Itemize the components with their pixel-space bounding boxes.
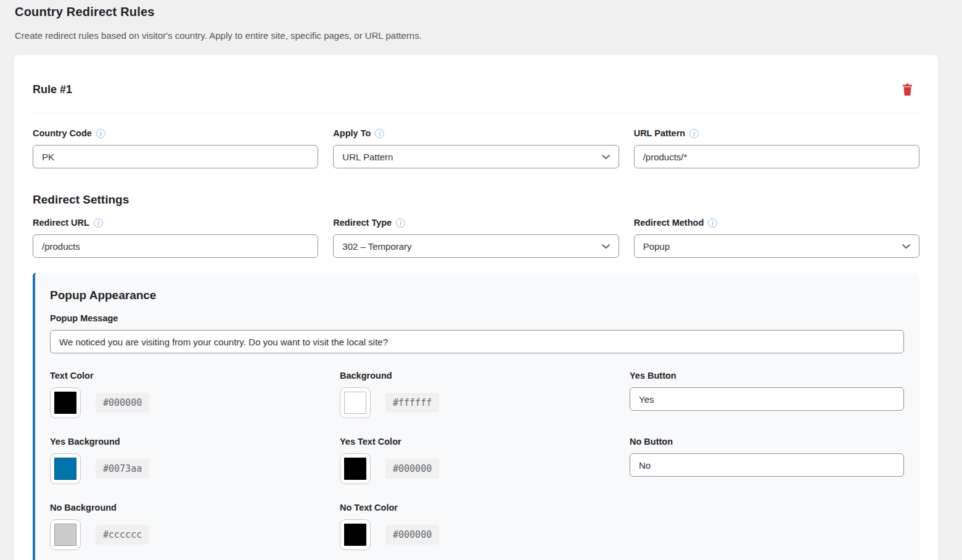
color-preview [54, 392, 76, 414]
yes-button-label: Yes Button [630, 371, 676, 381]
redirect-url-label: Redirect URL [33, 218, 89, 228]
no-text-color-swatch[interactable] [340, 519, 371, 550]
info-icon[interactable]: i [96, 129, 105, 138]
redirect-method-selected-value: Popup [643, 241, 670, 252]
info-icon[interactable]: i [708, 218, 717, 228]
yes-text-color-label: Yes Text Color [340, 437, 401, 447]
no-text-color-hex: #000000 [385, 525, 439, 545]
info-icon[interactable]: i [375, 129, 384, 138]
no-background-hex: #cccccc [96, 525, 149, 545]
no-text-color-label: No Text Color [340, 503, 398, 513]
country-code-label: Country Code [33, 128, 92, 138]
url-pattern-input[interactable] [634, 145, 919, 168]
chevron-down-icon [601, 242, 610, 250]
country-code-field: Country Code i [33, 128, 318, 168]
text-color-hex: #000000 [96, 393, 149, 413]
popup-appearance-title: Popup Appearance [50, 289, 904, 302]
text-color-label: Text Color [50, 371, 94, 381]
trash-icon [902, 83, 913, 96]
redirect-url-field: Redirect URL i [33, 218, 318, 258]
color-preview [344, 458, 366, 480]
rule-card: Rule #1 Country Code i Apply To i URL Pa… [14, 55, 938, 560]
text-color-swatch[interactable] [50, 387, 81, 418]
yes-background-label: Yes Background [50, 437, 120, 447]
color-preview [344, 524, 366, 546]
redirect-settings-row: Redirect URL i Redirect Type i 302 – Tem… [33, 218, 919, 258]
rule-header: Rule #1 [33, 73, 919, 113]
redirect-method-select[interactable]: Popup [634, 234, 919, 258]
no-button-field: No Button [630, 437, 904, 484]
info-icon[interactable]: i [689, 129, 699, 138]
color-preview [54, 458, 76, 480]
page-title: Country Redirect Rules [15, 5, 947, 19]
popup-appearance-section: Popup Appearance Popup Message Text Colo… [33, 273, 919, 560]
redirect-type-label: Redirect Type [333, 218, 392, 228]
apply-to-select[interactable]: URL Pattern [333, 145, 619, 168]
no-background-field: No Background #cccccc [50, 503, 324, 550]
yes-text-color-swatch[interactable] [340, 453, 371, 484]
chevron-down-icon [601, 153, 610, 161]
no-text-color-field: No Text Color #000000 [340, 503, 614, 550]
no-background-swatch[interactable] [50, 519, 81, 550]
yes-text-color-field: Yes Text Color #000000 [340, 437, 614, 484]
delete-rule-button[interactable] [900, 82, 915, 97]
popup-options-grid: Text Color #000000 Background # [50, 371, 904, 550]
popup-message-label: Popup Message [50, 313, 904, 323]
chevron-down-icon [902, 242, 911, 250]
info-icon[interactable]: i [396, 218, 405, 228]
redirect-method-label: Redirect Method [634, 218, 704, 228]
no-background-label: No Background [50, 503, 117, 513]
color-preview [54, 524, 76, 546]
url-pattern-field: URL Pattern i [634, 128, 919, 168]
background-swatch[interactable] [340, 387, 371, 418]
yes-button-input[interactable] [630, 387, 904, 411]
redirect-type-selected-value: 302 – Temporary [342, 241, 411, 252]
apply-to-field: Apply To i URL Pattern [333, 128, 619, 168]
page-subtitle: Create redirect rules based on visitor's… [15, 30, 947, 41]
yes-background-field: Yes Background #0073aa [50, 437, 324, 484]
no-button-input[interactable] [630, 453, 904, 477]
rule-fields-row: Country Code i Apply To i URL Pattern UR… [33, 128, 919, 168]
text-color-field: Text Color #000000 [50, 371, 324, 418]
apply-to-selected-value: URL Pattern [342, 152, 393, 162]
background-field: Background #ffffff [340, 371, 614, 418]
redirect-url-input[interactable] [33, 234, 318, 258]
no-button-label: No Button [630, 437, 673, 447]
redirect-method-field: Redirect Method i Popup [634, 218, 919, 258]
url-pattern-label: URL Pattern [634, 128, 686, 138]
page-header: Country Redirect Rules Create redirect r… [0, 0, 962, 41]
yes-background-hex: #0073aa [96, 459, 149, 479]
popup-message-input[interactable] [50, 330, 904, 353]
background-label: Background [340, 371, 392, 381]
rule-title: Rule #1 [33, 83, 72, 96]
color-preview [344, 392, 366, 414]
yes-background-swatch[interactable] [50, 453, 81, 484]
info-icon[interactable]: i [94, 218, 103, 228]
redirect-type-field: Redirect Type i 302 – Temporary [333, 218, 619, 258]
country-code-input[interactable] [33, 145, 318, 168]
yes-text-color-hex: #000000 [385, 459, 439, 479]
apply-to-label: Apply To [333, 128, 371, 138]
yes-button-field: Yes Button [630, 371, 904, 418]
redirect-settings-heading: Redirect Settings [33, 193, 919, 207]
background-hex: #ffffff [385, 393, 439, 413]
redirect-type-select[interactable]: 302 – Temporary [333, 234, 619, 258]
